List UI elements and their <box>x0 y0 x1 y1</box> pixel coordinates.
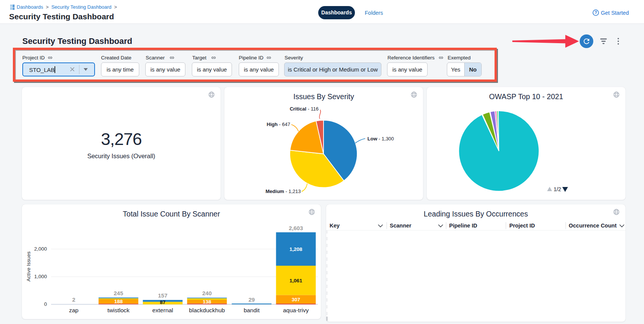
svg-text:245: 245 <box>114 290 123 296</box>
svg-text:1,061: 1,061 <box>289 278 302 284</box>
svg-text:Key: Key <box>330 223 340 229</box>
svg-text:High - 647: High - 647 <box>267 122 290 127</box>
svg-text:87: 87 <box>160 299 165 305</box>
svg-text:1/2: 1/2 <box>554 186 561 192</box>
svg-text:Scanner: Scanner <box>390 223 412 229</box>
svg-text:240: 240 <box>202 290 212 296</box>
svg-text:Medium - 1,213: Medium - 1,213 <box>266 188 301 194</box>
svg-text:Active Issues: Active Issues <box>26 251 31 282</box>
svg-text:Occurrence Count: Occurrence Count <box>569 223 617 229</box>
svg-text:external: external <box>152 307 173 313</box>
svg-text:zap: zap <box>69 307 79 313</box>
svg-text:157: 157 <box>158 292 167 299</box>
svg-text:0: 0 <box>44 301 47 307</box>
svg-text:307: 307 <box>292 297 300 302</box>
svg-text:2: 2 <box>72 296 75 303</box>
svg-text:blackduckhub: blackduckhub <box>189 307 225 313</box>
svg-text:1,208: 1,208 <box>289 246 302 252</box>
svg-text:Low - 1,300: Low - 1,300 <box>367 136 394 142</box>
svg-text:1,000: 1,000 <box>34 274 47 279</box>
svg-text:bandit: bandit <box>244 307 260 313</box>
svg-text:29: 29 <box>249 296 255 303</box>
svg-text:Project ID: Project ID <box>509 223 535 229</box>
svg-text:twistlock: twistlock <box>107 307 130 313</box>
svg-text:Critical - 116: Critical - 116 <box>290 106 319 112</box>
svg-text:Pipeline ID: Pipeline ID <box>449 223 477 229</box>
svg-text:?: ? <box>594 10 597 15</box>
svg-text:2,000: 2,000 <box>34 246 47 252</box>
svg-text:2,603: 2,603 <box>289 225 303 231</box>
svg-text:188: 188 <box>114 299 123 304</box>
svg-text:138: 138 <box>203 299 212 305</box>
svg-text:aqua-trivy: aqua-trivy <box>283 307 309 313</box>
